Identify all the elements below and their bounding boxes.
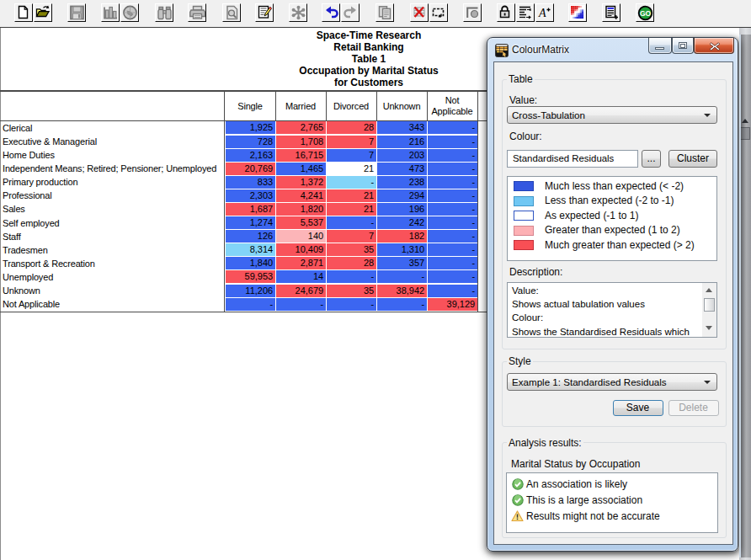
svg-text:A: A xyxy=(538,7,546,19)
svg-text:GO: GO xyxy=(640,9,652,18)
